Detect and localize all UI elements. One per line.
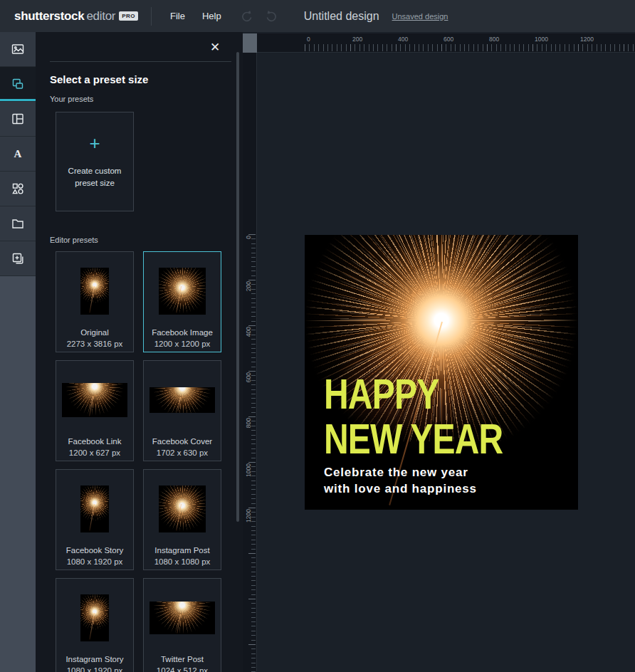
menu-file[interactable]: File bbox=[162, 5, 194, 27]
preset-name: Twitter Post bbox=[161, 655, 204, 663]
preset-name: Instagram Story bbox=[65, 655, 123, 663]
brand-logo[interactable]: shutterstock editor PRO bbox=[14, 9, 138, 23]
preset-thumbnail-wrap bbox=[62, 369, 127, 431]
panel-divider bbox=[50, 61, 231, 62]
preset-dimensions: 2273 x 3816 px bbox=[67, 340, 123, 348]
plus-icon: + bbox=[89, 134, 100, 152]
your-presets-label: Your presets bbox=[50, 95, 93, 103]
unsaved-design-link[interactable]: Unsaved design bbox=[392, 12, 448, 21]
undo-button[interactable] bbox=[240, 9, 254, 23]
headline-line2: NEW YEAR bbox=[324, 416, 503, 461]
preset-dimensions: 1200 x 627 px bbox=[69, 448, 120, 457]
preset-dimensions: 1080 x 1920 px bbox=[67, 666, 123, 672]
fireworks-thumbnail bbox=[149, 387, 215, 413]
h-ruler-label: 800 bbox=[489, 36, 499, 43]
preset-name: Facebook Story bbox=[66, 546, 124, 555]
h-ruler-label: 0 bbox=[307, 36, 310, 43]
fireworks-burst bbox=[66, 383, 123, 415]
preset-thumbnail-wrap bbox=[149, 587, 215, 649]
sidebar-item-add-image[interactable] bbox=[0, 241, 36, 276]
design-canvas[interactable]: HAPPY NEW YEAR Celebrate the new year wi… bbox=[305, 235, 578, 510]
create-custom-preset-label: Create custom preset size bbox=[62, 165, 127, 189]
v-ruler-label: 1000 bbox=[245, 463, 252, 477]
v-ruler-label: 0 bbox=[245, 236, 252, 239]
preset-twitter-post[interactable]: Twitter Post1024 x 512 px bbox=[143, 578, 221, 672]
preset-panel: ✕ Select a preset size Your presets + Cr… bbox=[36, 32, 243, 672]
text-icon: A bbox=[11, 147, 25, 161]
fireworks-burst bbox=[154, 602, 211, 634]
headline-text-layer[interactable]: HAPPY NEW YEAR bbox=[324, 372, 503, 461]
document-title[interactable]: Untitled design bbox=[304, 10, 379, 23]
preset-dimensions: 1702 x 630 px bbox=[157, 448, 208, 457]
fireworks-thumbnail bbox=[80, 268, 109, 315]
preset-instagram-story[interactable]: Instagram Story1080 x 1920 px bbox=[56, 578, 134, 672]
v-ruler-label: 400 bbox=[245, 327, 252, 337]
preset-name: Facebook Cover bbox=[152, 437, 212, 446]
preset-original[interactable]: Original2273 x 3816 px bbox=[56, 251, 134, 352]
preset-dimensions: 1024 x 512 px bbox=[157, 666, 208, 672]
preset-name: Facebook Link bbox=[68, 437, 122, 446]
h-ruler-label: 600 bbox=[444, 36, 453, 43]
headline-line1: HAPPY bbox=[324, 372, 503, 416]
brand-product: editor bbox=[86, 9, 115, 23]
preset-instagram-post[interactable]: Instagram Post1080 x 1080 px bbox=[143, 469, 221, 570]
undo-icon bbox=[241, 10, 253, 23]
preset-name: Instagram Post bbox=[154, 546, 209, 555]
h-ruler-label: 400 bbox=[398, 36, 408, 43]
preset-facebook-link[interactable]: Facebook Link1200 x 627 px bbox=[56, 360, 134, 461]
menu-help[interactable]: Help bbox=[194, 5, 230, 27]
preset-thumbnail-wrap bbox=[80, 478, 109, 540]
fireworks-thumbnail bbox=[159, 485, 206, 532]
shutterstock-editor-app: shutterstock editor PRO File Help Untitl… bbox=[0, 0, 635, 672]
svg-text:A: A bbox=[14, 148, 22, 159]
sidebar-item-images[interactable] bbox=[0, 32, 36, 67]
canvas-workspace: 020040060080010001200 020040060080010001… bbox=[243, 32, 635, 672]
subtitle-text-layer[interactable]: Celebrate the new year with love and hap… bbox=[324, 464, 477, 497]
h-ruler-label: 1200 bbox=[580, 36, 594, 43]
redo-button[interactable] bbox=[264, 9, 278, 23]
preset-thumbnail-wrap bbox=[159, 478, 206, 540]
preset-thumbnail-wrap bbox=[80, 261, 109, 322]
canvas-presets-icon bbox=[11, 77, 25, 91]
active-tab-indicator bbox=[0, 99, 36, 101]
add-image-icon bbox=[11, 251, 25, 266]
preset-facebook-image[interactable]: Facebook Image1200 x 1200 px bbox=[143, 251, 221, 352]
v-ruler-label: 200 bbox=[245, 281, 252, 291]
fireworks-burst bbox=[154, 387, 211, 413]
images-icon bbox=[11, 42, 25, 56]
fireworks-thumbnail bbox=[159, 268, 206, 315]
preset-facebook-story[interactable]: Facebook Story1080 x 1920 px bbox=[56, 469, 134, 570]
v-ruler-label: 800 bbox=[245, 418, 252, 428]
sidebar-item-layouts[interactable] bbox=[0, 102, 36, 137]
preset-dimensions: 1080 x 1080 px bbox=[154, 557, 211, 566]
fireworks-thumbnail bbox=[80, 485, 109, 532]
editor-presets-label: Editor presets bbox=[50, 236, 98, 244]
panel-scrollbar[interactable] bbox=[236, 52, 239, 522]
ruler-corner bbox=[243, 33, 257, 53]
fireworks-thumbnail bbox=[149, 602, 215, 634]
close-icon[interactable]: ✕ bbox=[209, 41, 221, 54]
sidebar-item-folders[interactable] bbox=[0, 206, 36, 241]
preset-facebook-cover[interactable]: Facebook Cover1702 x 630 px bbox=[143, 360, 221, 461]
fireworks-thumbnail bbox=[62, 383, 127, 417]
preset-name: Original bbox=[80, 328, 109, 337]
subtitle-line2: with love and happiness bbox=[324, 481, 477, 497]
preset-dimensions: 1200 x 1200 px bbox=[154, 340, 211, 348]
create-custom-preset-button[interactable]: + Create custom preset size bbox=[56, 112, 134, 211]
layouts-icon bbox=[11, 112, 25, 126]
panel-title: Select a preset size bbox=[50, 73, 148, 85]
sidebar-item-shapes[interactable] bbox=[0, 172, 36, 206]
preset-thumbnail-wrap bbox=[80, 587, 109, 649]
sidebar-item-text[interactable]: A bbox=[0, 137, 36, 172]
fireworks-thumbnail bbox=[80, 594, 109, 641]
fireworks-burst bbox=[159, 268, 206, 313]
folders-icon bbox=[11, 216, 25, 231]
top-bar: shutterstock editor PRO File Help Untitl… bbox=[0, 0, 635, 32]
sidebar-item-canvas-presets[interactable] bbox=[0, 67, 36, 102]
preset-name: Facebook Image bbox=[152, 328, 213, 337]
vertical-ruler-ticks bbox=[248, 234, 256, 672]
h-ruler-label: 1000 bbox=[535, 36, 548, 43]
h-ruler-label: 200 bbox=[352, 36, 362, 43]
v-ruler-label: 600 bbox=[245, 372, 252, 382]
horizontal-ruler: 020040060080010001200 bbox=[257, 33, 635, 53]
